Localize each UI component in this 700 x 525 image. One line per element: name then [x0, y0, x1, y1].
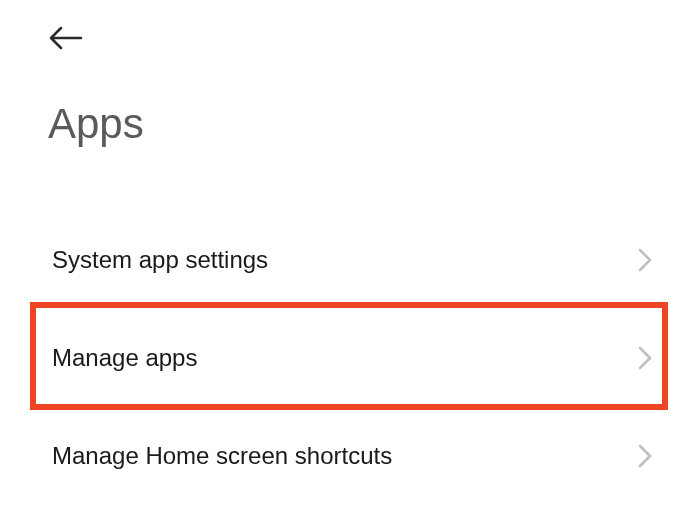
chevron-right-icon [638, 444, 652, 468]
list-item-label: Manage Home screen shortcuts [52, 442, 392, 470]
settings-list: System app settings Manage apps Manage H… [0, 218, 700, 498]
list-item-system-app-settings[interactable]: System app settings [0, 218, 700, 302]
list-item-label: System app settings [52, 246, 268, 274]
list-item-manage-apps[interactable]: Manage apps [0, 302, 700, 414]
chevron-right-icon [638, 248, 652, 272]
back-button[interactable] [48, 24, 84, 52]
list-item-manage-home-screen-shortcuts[interactable]: Manage Home screen shortcuts [0, 414, 700, 498]
list-item-label: Manage apps [52, 344, 197, 372]
page-title: Apps [48, 100, 144, 148]
chevron-right-icon [638, 346, 652, 370]
arrow-left-icon [49, 26, 83, 50]
